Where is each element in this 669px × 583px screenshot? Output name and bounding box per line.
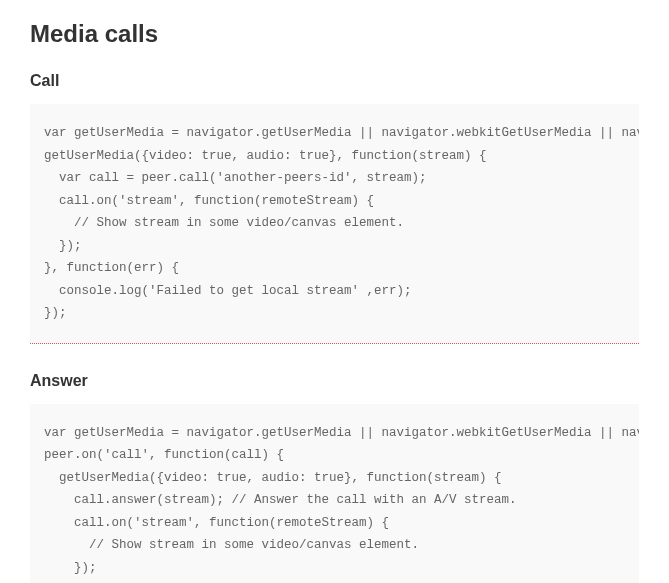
code-content-call: var getUserMedia = navigator.getUserMedi… [44,122,625,337]
main-heading: Media calls [30,20,639,48]
code-content-answer: var getUserMedia = navigator.getUserMedi… [44,422,625,584]
code-block-call[interactable]: var getUserMedia = navigator.getUserMedi… [30,104,639,344]
section-heading-answer: Answer [30,372,639,390]
section-call: Call var getUserMedia = navigator.getUse… [30,72,639,344]
section-heading-call: Call [30,72,639,90]
section-answer: Answer var getUserMedia = navigator.getU… [30,372,639,584]
code-block-answer[interactable]: var getUserMedia = navigator.getUserMedi… [30,404,639,584]
